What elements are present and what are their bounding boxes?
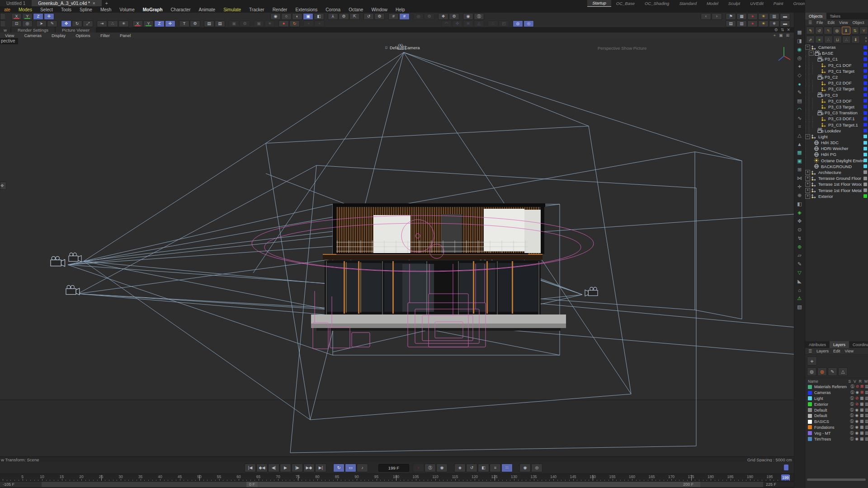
layer-color-chip[interactable] (863, 164, 867, 168)
plane-icon[interactable]: ▱ (796, 251, 804, 260)
dock-tab-render-settings[interactable]: Render Settings (11, 27, 55, 33)
document-tab-0[interactable]: Untitled 1 (0, 0, 32, 6)
tab-objects[interactable]: Objects (805, 13, 826, 19)
viewport-menu-display[interactable]: Display (47, 33, 71, 38)
list-icon[interactable]: ▤ (796, 97, 804, 105)
object-row-p3-c3-target-1[interactable]: P3_C3 Target.1 (805, 122, 868, 127)
object-row-architecture[interactable]: +Architecture (805, 169, 868, 175)
layer-color-chip[interactable] (863, 57, 867, 61)
gpu-sun-button[interactable]: ☀ (758, 20, 769, 27)
render-flag[interactable]: ▦ (860, 396, 863, 401)
layer-color-swatch[interactable] (808, 425, 812, 429)
collapse-toggle[interactable]: − (805, 134, 810, 139)
menu-modes[interactable]: Modes (14, 7, 36, 12)
flag-button[interactable]: ⚑ (726, 13, 736, 20)
viewport-menu-cameras[interactable]: Cameras (19, 33, 47, 38)
key-rotation-button[interactable]: ↺ (466, 464, 477, 472)
object-name[interactable]: BACKGROUND (821, 164, 852, 169)
pattern-icon[interactable]: ▧ (796, 303, 804, 311)
object-row-exterior[interactable]: +Exterior (805, 193, 868, 199)
octane-1-button[interactable]: ◠ (441, 20, 452, 27)
visibility-flag[interactable]: ⊘ (855, 396, 859, 401)
layer-color-chip[interactable] (863, 93, 867, 97)
prev-key-button[interactable]: ◆◀ (256, 464, 268, 472)
timeline-range-bar[interactable]: -105 F 0 F 200 F 225 F (0, 481, 794, 488)
bend-icon[interactable]: ◠ (796, 105, 804, 114)
octane-4-button[interactable]: △ (474, 20, 484, 27)
tool-button[interactable]: Z (154, 20, 165, 27)
warning-icon[interactable]: ⚠ (796, 294, 804, 303)
split-icon[interactable]: ◨ (796, 37, 804, 45)
solo-flag[interactable]: Ⓢ (850, 396, 854, 401)
layer-row-materials-reference[interactable]: Materials ReferenceⓈ⊘⊠▥ (805, 384, 868, 390)
key-scale-button[interactable]: ◧ (478, 464, 489, 472)
objects-menu-burger-icon[interactable]: ☰ (807, 20, 814, 25)
expand-toggle[interactable]: + (805, 188, 810, 193)
menu-volume[interactable]: Volume (115, 7, 138, 12)
layer-name[interactable]: Exterior (814, 402, 828, 407)
layout-oc_shading[interactable]: OC_Shading (640, 0, 674, 6)
object-name[interactable]: P3_C3 Target (828, 104, 854, 109)
rotate-button[interactable]: ↻ (72, 20, 82, 27)
octane-5-button[interactable]: ∴ (488, 20, 498, 27)
object-name[interactable]: Octane Daylight Environment (821, 158, 864, 163)
spare-2-button[interactable]: ▫ (314, 20, 325, 27)
visibility-flag[interactable]: ⊘ (856, 384, 859, 389)
render-flag[interactable]: ▦ (860, 436, 863, 442)
shader-icon[interactable]: ◎ (796, 54, 804, 62)
forward-button[interactable]: › (712, 13, 722, 20)
panel-close-icon[interactable]: ✕ (787, 28, 790, 32)
layout-sculpt[interactable]: Sculpt (723, 0, 745, 6)
object-name[interactable]: P3_C1 (825, 56, 838, 61)
layer-row-default[interactable]: DefaultⓈ◉▦▥ (805, 407, 868, 413)
panel-settings-icon[interactable]: ⚙ (774, 28, 778, 32)
layer-color-chip[interactable] (863, 159, 867, 162)
key-parameters-button[interactable]: ≡ (490, 464, 501, 472)
object-row-p3-c3[interactable]: P3_C3 (805, 92, 868, 98)
corona-interactive-button[interactable]: ↻ (289, 20, 300, 27)
new-tab-button[interactable]: + (102, 0, 112, 6)
manager-flag[interactable]: ▥ (865, 384, 868, 389)
expand-button[interactable]: ⇱ (349, 13, 360, 20)
layout-uvedit[interactable]: UVEdit (745, 0, 769, 6)
expand-toggle[interactable]: + (805, 176, 810, 181)
branch-obj-button[interactable]: Y (859, 27, 868, 34)
magnet-button[interactable]: ✳ (118, 20, 129, 27)
object-row-terrasse-ground-floor[interactable]: +Terrasse Ground Floor (805, 175, 868, 181)
keyframe-selection-button[interactable]: ◉ (436, 464, 448, 472)
visibility-flag[interactable]: ◉ (855, 425, 859, 430)
objects-menu-object[interactable]: Object (850, 20, 866, 25)
object-name[interactable]: Terrasse Ground Floor (818, 176, 861, 181)
viewport-menu-filter[interactable]: Filter (95, 33, 115, 38)
menu-ate[interactable]: ate (0, 7, 14, 12)
pen-icon[interactable]: ✎ (796, 88, 804, 97)
timeline-marker-icon[interactable] (784, 465, 788, 470)
layer-color-chip[interactable] (863, 46, 867, 49)
autokey-button[interactable]: Ⓐ (425, 464, 436, 472)
tree-collapse-arrows[interactable]: ∧∨ (865, 37, 868, 42)
render-flag[interactable]: ▦ (860, 419, 863, 424)
layer-color-chip[interactable] (863, 81, 867, 85)
scatter-obj-button[interactable]: ∴ (824, 36, 833, 43)
object-row-p3-c1-dof[interactable]: P3_C1 DOF (805, 62, 868, 68)
snap-disabled-button[interactable]: ◎ (413, 13, 424, 20)
object-row-p3-c3-target[interactable]: P3_C3 Target (805, 104, 868, 110)
layer-color-chip[interactable] (863, 105, 867, 108)
loop-playback-button[interactable]: ↻ (333, 464, 344, 472)
layout-startup[interactable]: Startup (587, 0, 611, 7)
home-icon[interactable]: ⌂ (796, 286, 804, 294)
play-button[interactable]: ▶ (280, 464, 291, 472)
scale-button[interactable]: ⤢ (83, 20, 93, 27)
objects-menu-edit[interactable]: Edit (826, 20, 837, 25)
layer-color-swatch[interactable] (808, 414, 812, 418)
live-selection-button[interactable]: ⊡ (11, 20, 22, 27)
object-name[interactable]: BASE (822, 51, 833, 56)
axis-icon[interactable]: ✛ (796, 183, 804, 191)
layer-row-basics[interactable]: BASICSⓈ◉▦▥ (805, 419, 868, 425)
expand-toggle[interactable]: + (805, 194, 810, 199)
visibility-flag[interactable]: ◉ (855, 413, 859, 418)
object-row-octane-daylight-environment[interactable]: Octane Daylight Environment (805, 158, 868, 164)
layer-color-chip[interactable] (863, 183, 867, 186)
menu-mograph[interactable]: MoGraph (139, 7, 167, 12)
layer-name[interactable]: Fondations (814, 425, 835, 430)
